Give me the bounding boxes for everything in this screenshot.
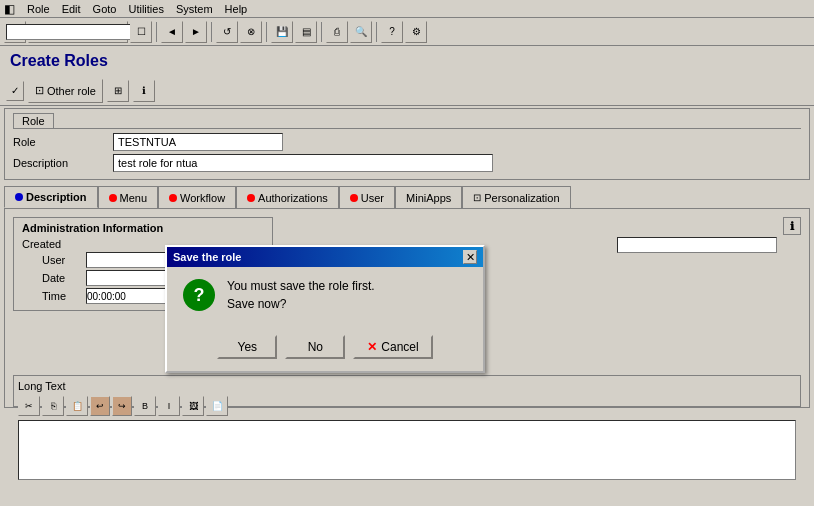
dialog-title-text: Save the role (173, 251, 241, 263)
dialog-message-line1: You must save the role first. (227, 279, 375, 293)
save-role-dialog: Save the role ✕ ? You must save the role… (165, 245, 485, 373)
dialog-close-button[interactable]: ✕ (463, 250, 477, 264)
dialog-no-label: No (308, 340, 323, 354)
dialog-message-line2: Save now? (227, 297, 375, 311)
dialog-yes-label: Yes (238, 340, 258, 354)
dialog-title-bar: Save the role ✕ (167, 247, 483, 267)
dialog-cancel-label: Cancel (381, 340, 418, 354)
dialog-body: ? You must save the role first. Save now… (167, 267, 483, 327)
dialog-yes-button[interactable]: Yes (217, 335, 277, 359)
dialog-overlay: Save the role ✕ ? You must save the role… (0, 0, 814, 506)
dialog-cancel-button[interactable]: ✕ Cancel (353, 335, 432, 359)
dialog-message: You must save the role first. Save now? (227, 279, 375, 315)
dialog-no-button[interactable]: No (285, 335, 345, 359)
dialog-question-icon: ? (183, 279, 215, 311)
cancel-x-icon: ✕ (367, 340, 377, 354)
dialog-buttons: Yes No ✕ Cancel (167, 327, 483, 371)
